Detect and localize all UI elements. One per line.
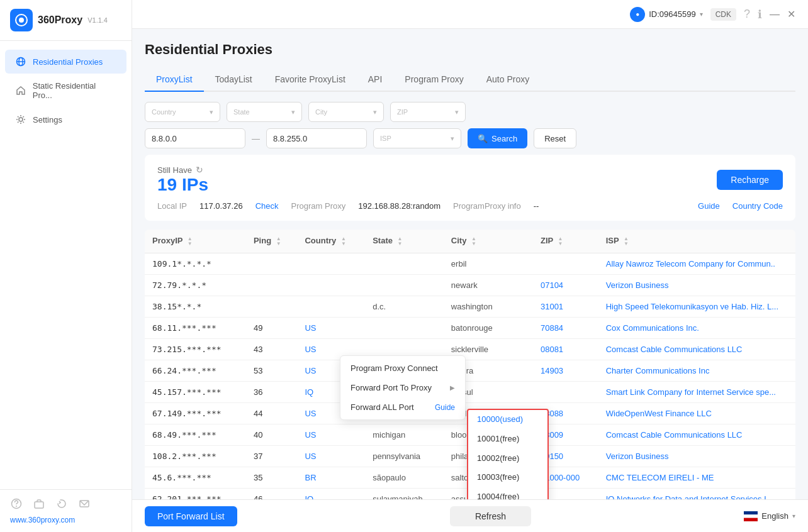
mail-icon[interactable]: [78, 497, 91, 510]
cell-country: [297, 274, 365, 296]
table-row[interactable]: 109.1*.*.*.* erbil Allay Nawroz Telecom …: [145, 253, 795, 274]
cell-isp: High Speed Telekomunikasyon ve Hab. Hiz.…: [598, 296, 795, 317]
briefcase-icon[interactable]: [33, 497, 45, 510]
help1-icon[interactable]: [10, 497, 23, 510]
state-select[interactable]: State ▾: [227, 102, 302, 122]
table-row[interactable]: 66.24.***.*** 53 US elmira 14903 Charter…: [145, 360, 795, 381]
ip-to-input[interactable]: [266, 128, 367, 148]
tab-api[interactable]: API: [357, 68, 394, 92]
isp-select[interactable]: ISP ▾: [373, 128, 461, 148]
zip-select[interactable]: ZIP ▾: [390, 102, 466, 122]
context-menu-overlay: Program Proxy Connect Forward Port To Pr…: [340, 355, 466, 420]
cell-isp: WideOpenWest Finance LLC: [598, 402, 795, 424]
footer-link[interactable]: www.360proxy.com: [10, 516, 75, 524]
filter-row-2: — ISP ▾ 🔍 Search Reset: [145, 128, 795, 148]
tab-auto[interactable]: Auto Proxy: [475, 68, 541, 92]
table-row[interactable]: 72.79.*.*.* newark 07104 Verizon Busines…: [145, 274, 795, 296]
search-button[interactable]: 🔍 Search: [468, 128, 527, 148]
ip-count: 19 IPs: [157, 175, 208, 195]
sidebar-item-settings[interactable]: Settings: [5, 108, 126, 131]
sidebar-footer: www.360proxy.com: [0, 489, 132, 532]
port-item[interactable]: 10000(used): [468, 410, 547, 429]
check-link[interactable]: Check: [255, 201, 279, 211]
table-row[interactable]: 68.11.***.*** 49 US batonrouge 70884 Cox…: [145, 317, 795, 338]
cell-ip: 45.157.***.***: [145, 381, 246, 402]
cell-ping: [246, 253, 298, 274]
country-code-link[interactable]: Country Code: [732, 201, 783, 211]
tab-proxylist[interactable]: ProxyList: [145, 68, 204, 92]
cdk-button[interactable]: CDK: [710, 8, 736, 21]
cell-ip: 73.215.***.***: [145, 338, 246, 360]
cell-country: US: [297, 445, 365, 467]
sidebar-item-settings-label: Settings: [33, 115, 62, 125]
cell-ping: 44: [246, 402, 298, 424]
sidebar-item-static[interactable]: Static Residential Pro...: [5, 75, 126, 106]
sort-state-icon[interactable]: ▲▼: [398, 236, 403, 247]
sort-country-icon[interactable]: ▲▼: [341, 236, 346, 247]
close-icon[interactable]: ✕: [787, 8, 795, 20]
sort-proxyip-icon[interactable]: ▲▼: [188, 236, 193, 247]
help-icon[interactable]: ?: [744, 8, 750, 21]
still-have-section: Still Have ↻ 19 IPs: [157, 165, 208, 195]
cell-ip: 68.49.***.***: [145, 424, 246, 445]
context-item-program-proxy[interactable]: Program Proxy Connect: [340, 358, 465, 378]
language-selector[interactable]: English ▾: [744, 511, 795, 521]
cell-zip: 08081: [533, 338, 598, 360]
port-item[interactable]: 10003(free): [468, 468, 547, 487]
sort-city-icon[interactable]: ▲▼: [471, 236, 476, 247]
cell-isp: Cox Communications Inc.: [598, 317, 795, 338]
cell-ip: 38.15*.*.*: [145, 296, 246, 317]
country-chevron-icon: ▾: [210, 108, 213, 116]
port-item[interactable]: 10002(free): [468, 449, 547, 468]
cell-zip: 14903: [533, 360, 598, 381]
reset-button[interactable]: Reset: [534, 128, 576, 148]
cell-state: [365, 274, 444, 296]
city-select[interactable]: City ▾: [308, 102, 384, 122]
table-row[interactable]: 38.15*.*.* d.c. washington 31001 High Sp…: [145, 296, 795, 317]
th-country: Country ▲▼: [297, 230, 365, 253]
sort-ping-icon[interactable]: ▲▼: [276, 236, 281, 247]
context-item-forward-all[interactable]: Forward ALL Port Guide: [340, 397, 465, 417]
ip-from-input[interactable]: [145, 128, 245, 148]
minimize-icon[interactable]: —: [770, 9, 780, 20]
sidebar-item-residential[interactable]: Residential Proxies: [5, 50, 126, 74]
cell-country: BR: [297, 467, 365, 488]
filter-row-1: Country ▾ State ▾ City ▾ ZIP ▾: [145, 102, 795, 122]
table-row[interactable]: 73.215.***.*** 43 US sicklerville 08081 …: [145, 338, 795, 360]
cell-isp: Comcast Cable Communications LLC: [598, 424, 795, 445]
cell-state: d.c.: [365, 296, 444, 317]
table-row[interactable]: 45.157.***.*** 36 IQ mosul Smart Link Co…: [145, 381, 795, 402]
reload-icon[interactable]: [55, 497, 68, 510]
still-have-label-row: Still Have ↻: [157, 165, 208, 175]
sort-isp-icon[interactable]: ▲▼: [624, 236, 629, 247]
recharge-button[interactable]: Recharge: [717, 170, 783, 190]
country-select[interactable]: Country ▾: [145, 102, 220, 122]
cell-ip: 45.6.***.***: [145, 467, 246, 488]
ip-range-dash: —: [252, 134, 260, 143]
isp-chevron-icon: ▾: [451, 135, 454, 143]
cell-ip: 72.79.*.*.*: [145, 274, 246, 296]
refresh-button[interactable]: Refresh: [450, 506, 531, 526]
local-ip-value: 117.0.37.26: [199, 201, 243, 211]
context-item-forward-port[interactable]: Forward Port To Proxy ▶: [340, 378, 465, 397]
cell-zip: [533, 253, 598, 274]
svg-point-1: [19, 18, 24, 23]
forward-all-guide-link[interactable]: Guide: [435, 403, 455, 412]
tab-program[interactable]: Program Proxy: [393, 68, 474, 92]
tab-favorite[interactable]: Favorite ProxyList: [264, 68, 357, 92]
info-circle-icon[interactable]: ℹ: [758, 8, 762, 21]
stats-card: Still Have ↻ 19 IPs Recharge Local IP 11…: [145, 155, 795, 221]
port-item[interactable]: 10001(free): [468, 429, 547, 449]
tab-todaylist[interactable]: TodayList: [204, 68, 264, 92]
cell-ip: 108.2.***.***: [145, 445, 246, 467]
logo-icon: [10, 9, 33, 31]
dropdown-arrow-icon: ▾: [700, 11, 703, 18]
port-forward-button[interactable]: Port Forward List: [145, 506, 237, 526]
port-item[interactable]: 10004(free): [468, 487, 547, 499]
user-badge[interactable]: ● ID:09645599 ▾: [630, 7, 702, 22]
svg-rect-14: [744, 511, 758, 514]
sort-zip-icon[interactable]: ▲▼: [558, 236, 563, 247]
refresh-small-icon[interactable]: ↻: [196, 165, 203, 175]
guide-link[interactable]: Guide: [698, 201, 720, 211]
user-id: ID:09645599: [649, 9, 695, 19]
